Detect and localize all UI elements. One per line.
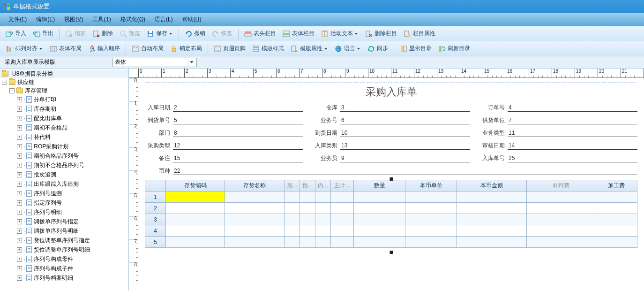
grid-cell[interactable] [526, 214, 596, 225]
body-col-button[interactable]: 表体栏目 [280, 28, 317, 39]
field-value[interactable]: 6 [340, 117, 470, 124]
dropdown-icon[interactable] [188, 59, 195, 66]
column-header[interactable]: 加工费 [596, 180, 637, 191]
grid-cell[interactable] [354, 214, 405, 225]
grid-cell[interactable] [300, 225, 315, 237]
field-value[interactable]: 13 [340, 142, 470, 150]
tree-item[interactable]: +·分单打印 [0, 95, 128, 104]
add-button[interactable]: 增加 [62, 28, 89, 39]
field-value[interactable]: 15 [173, 155, 303, 162]
column-header[interactable]: 存货编码 [165, 180, 225, 191]
expand-icon[interactable]: + [17, 238, 22, 243]
column-header[interactable]: 主计... [330, 180, 353, 191]
menu-h[interactable]: 帮助(H) [178, 14, 206, 25]
column-header[interactable] [145, 180, 166, 191]
menu-e[interactable]: 编辑(E) [31, 14, 60, 25]
field-value[interactable]: 14 [508, 142, 637, 150]
tree-item[interactable]: +·出库跟踪入库追溯 [0, 180, 128, 188]
expand-icon[interactable]: + [17, 229, 22, 234]
collapse-icon[interactable]: − [9, 88, 15, 93]
tree-node-inventory[interactable]: − 库存管理 [0, 86, 128, 95]
grid-cell[interactable] [225, 214, 284, 225]
expand-icon[interactable]: + [17, 163, 22, 168]
show-toc-button[interactable]: 显示目录 [397, 43, 434, 54]
preview-button[interactable]: 预览 [117, 28, 143, 39]
header-footer-button[interactable]: 页眉页脚 [211, 43, 248, 54]
grid-cell[interactable] [354, 237, 405, 248]
grid-cell[interactable] [405, 203, 457, 214]
tree-item[interactable]: +·期初合格品序列号 [0, 152, 128, 160]
tree-item[interactable]: +·指定序列号 [0, 199, 128, 207]
grid-cell[interactable] [405, 237, 457, 248]
field-value[interactable]: 22 [173, 168, 637, 175]
grid-cell[interactable] [405, 214, 457, 225]
grid-cell[interactable] [596, 237, 637, 248]
column-header[interactable]: 内... [315, 180, 330, 191]
tree-item[interactable]: +·货位调整单序列号指定 [0, 236, 128, 245]
grid-cell[interactable] [165, 203, 225, 214]
expand-icon[interactable]: + [17, 182, 22, 187]
grid-cell[interactable] [300, 191, 315, 203]
tree-item[interactable]: +·序列号档案明细 [0, 274, 128, 282]
tree-item[interactable]: +·货位调整单序列号明细 [0, 245, 128, 254]
refresh-toc-button[interactable]: 刷新目录 [435, 43, 473, 54]
dropdown-icon[interactable] [169, 32, 173, 36]
expand-icon[interactable]: + [17, 116, 22, 121]
grid-cell[interactable] [284, 225, 300, 237]
column-header[interactable]: 规... [284, 180, 300, 191]
row-number[interactable]: 5 [145, 237, 166, 248]
grid-cell[interactable] [300, 237, 315, 248]
grid-cell[interactable] [457, 214, 526, 225]
column-header[interactable]: 存货名称 [225, 180, 284, 191]
input-order-button[interactable]: AZ输入顺序 [85, 43, 123, 54]
column-header[interactable]: 预... [300, 180, 315, 191]
tpl-style-button[interactable]: 模版样式 [249, 43, 287, 54]
design-surface[interactable]: 采购入库单 入库日期2仓库3订单号4到货单号5业务号6供货单位7部门8到货日期1… [138, 78, 644, 291]
tree-item[interactable]: +·序列号明细 [0, 208, 128, 216]
redo-button[interactable]: 恢复 [209, 28, 235, 39]
expand-icon[interactable]: + [17, 144, 22, 149]
menu-o[interactable]: 格式化(O) [116, 14, 150, 25]
column-header[interactable]: 材料费 [526, 180, 596, 191]
export-button[interactable]: 导出 [30, 28, 56, 39]
grid-cell[interactable] [330, 203, 353, 214]
expand-icon[interactable]: + [17, 276, 22, 281]
field-value[interactable]: 8 [173, 130, 303, 137]
body-grid[interactable]: 存货编码存货名称规...预...内...主计...数量本币单价本币金额材料费加工… [145, 180, 637, 248]
expand-icon[interactable]: + [17, 135, 22, 140]
dropdown-icon[interactable] [355, 32, 359, 36]
tree-panel[interactable]: U8单据目录分类 − 供应链 − 库存管理 +·分单打印+·库存期初+·配比出库… [0, 69, 129, 291]
grid-cell[interactable] [354, 225, 405, 237]
expand-icon[interactable]: + [17, 153, 22, 159]
grid-cell[interactable] [300, 203, 315, 214]
collapse-icon[interactable]: − [2, 80, 7, 85]
field-value[interactable]: 12 [173, 142, 303, 150]
grid-cell[interactable] [526, 203, 596, 214]
field-value[interactable]: 3 [340, 104, 470, 112]
lock-layout-button[interactable]: 锁定布局 [167, 43, 205, 54]
grid-cell[interactable] [315, 191, 330, 203]
tpl-prop-button[interactable]: 模版属性 [288, 43, 331, 54]
expand-icon[interactable]: + [17, 219, 22, 224]
grid-cell[interactable] [457, 191, 526, 203]
body-layout-button[interactable]: 表体布局 [47, 43, 84, 54]
expand-icon[interactable]: + [17, 107, 22, 112]
field-value[interactable]: 5 [173, 117, 303, 124]
grid-cell[interactable] [354, 191, 405, 203]
tree-item[interactable]: +·配比出库单 [0, 114, 128, 123]
menu-v[interactable]: 视图(V) [60, 14, 88, 25]
dropdown-icon[interactable] [357, 47, 361, 51]
menu-l[interactable]: 语言(L) [150, 14, 178, 25]
active-text-button[interactable]: T活动文本 [318, 28, 361, 39]
grid-cell[interactable] [596, 191, 637, 203]
dropdown-icon[interactable] [39, 47, 43, 51]
tree-item[interactable]: +·ROP采购计划 [0, 142, 128, 151]
tree-node-supply[interactable]: − 供应链 [0, 78, 128, 86]
save-button[interactable]: 保存 [144, 28, 176, 39]
field-value[interactable]: 11 [508, 130, 637, 137]
expand-icon[interactable]: + [17, 266, 22, 271]
grid-cell[interactable] [596, 214, 637, 225]
expand-icon[interactable]: + [17, 97, 22, 102]
grid-cell[interactable] [225, 237, 284, 248]
head-col-button[interactable]: 表头栏目 [241, 28, 279, 39]
